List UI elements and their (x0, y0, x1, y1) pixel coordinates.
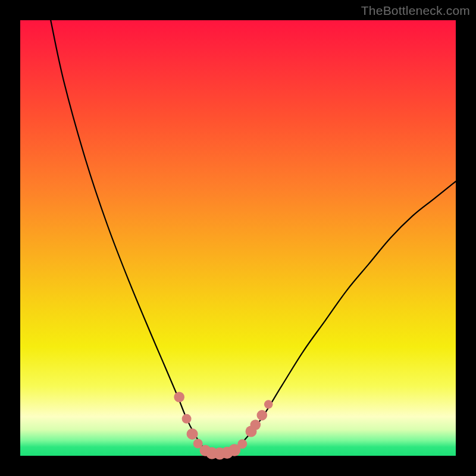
curve-marker (187, 428, 198, 440)
curve-marker (257, 410, 268, 421)
plot-area (20, 20, 456, 456)
curve-markers (174, 392, 273, 459)
bottleneck-curve-path (51, 20, 456, 453)
watermark-text: TheBottleneck.com (361, 4, 470, 18)
curve-marker (264, 400, 273, 409)
curve-marker (250, 419, 261, 430)
curve-marker (237, 439, 247, 449)
chart-frame: TheBottleneck.com (0, 0, 476, 476)
curve-marker (182, 414, 192, 424)
curve-marker (174, 392, 184, 402)
bottleneck-curve-svg (20, 20, 456, 456)
